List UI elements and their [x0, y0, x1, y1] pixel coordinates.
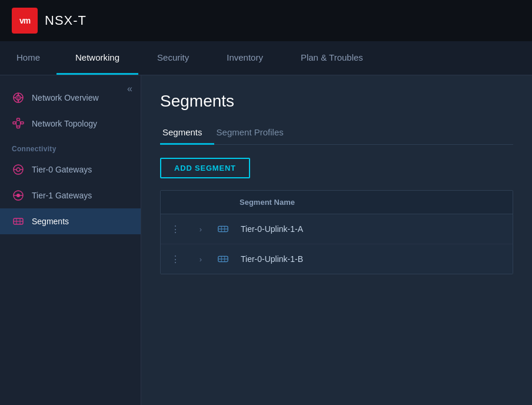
svg-point-13	[16, 168, 20, 171]
sidebar-item-network-topology[interactable]: Network Topology	[0, 111, 141, 137]
tab-segment-profiles[interactable]: Segment Profiles	[214, 122, 295, 145]
main-layout: « Network Overview	[0, 75, 532, 405]
tier0-icon	[12, 163, 25, 176]
row-expand-1[interactable]: ›	[190, 217, 211, 242]
svg-line-9	[16, 123, 17, 127]
svg-rect-5	[17, 118, 20, 121]
page-title: Segments	[160, 92, 513, 111]
row-actions-1[interactable]: ⋮	[161, 215, 190, 243]
th-segment-name: Segment Name	[235, 191, 513, 214]
sidebar-collapse-button[interactable]: «	[127, 84, 132, 94]
sidebar-item-tier1-gateways[interactable]: Tier-1 Gateways	[0, 182, 141, 208]
table-row[interactable]: ⋮ › Tier-0-Uplink-1-B	[161, 244, 513, 274]
sub-tabs: Segments Segment Profiles	[160, 122, 513, 145]
svg-line-8	[16, 121, 17, 123]
connectivity-section-label: Connectivity	[0, 137, 141, 157]
th-actions	[161, 191, 190, 214]
segments-table: Segment Name ⋮ › Tier-0-Uplink-1-A	[160, 190, 513, 274]
svg-line-10	[20, 121, 21, 123]
sidebar-item-network-overview[interactable]: Network Overview	[0, 85, 141, 111]
network-topology-icon	[12, 117, 25, 130]
table-row[interactable]: ⋮ › Tier-0-Uplink-1-A	[161, 214, 513, 244]
top-bar: vm NSX-T	[0, 0, 532, 41]
sidebar-item-tier0-gateways[interactable]: Tier-0 Gateways	[0, 157, 141, 182]
nav-item-security[interactable]: Security	[138, 41, 208, 75]
tab-segments[interactable]: Segments	[160, 122, 214, 145]
nav-item-networking[interactable]: Networking	[56, 41, 138, 75]
add-segment-button[interactable]: ADD SEGMENT	[160, 158, 250, 178]
content-area: Segments Segments Segment Profiles ADD S…	[141, 75, 532, 405]
row-name-1: Tier-0-Uplink-1-A	[235, 216, 513, 242]
svg-rect-6	[17, 126, 20, 128]
sidebar-item-segments[interactable]: Segments	[0, 208, 141, 234]
nav-item-home[interactable]: Home	[0, 41, 56, 75]
tier1-icon	[12, 189, 25, 202]
row-icon-2	[211, 244, 235, 274]
segments-icon	[12, 215, 25, 228]
row-icon-1	[211, 214, 235, 244]
svg-rect-7	[21, 122, 24, 124]
table-header: Segment Name	[161, 191, 513, 214]
logo-area: vm NSX-T	[12, 8, 87, 34]
row-name-2: Tier-0-Uplink-1-B	[235, 246, 513, 272]
svg-point-17	[16, 194, 20, 197]
sidebar: « Network Overview	[0, 75, 141, 405]
svg-line-11	[20, 123, 21, 127]
th-icon	[211, 191, 235, 214]
svg-point-1	[16, 95, 21, 100]
row-actions-2[interactable]: ⋮	[161, 245, 190, 273]
row-expand-2[interactable]: ›	[190, 247, 211, 272]
nav-item-plan-troubles[interactable]: Plan & Troubles	[282, 41, 382, 75]
vm-logo: vm	[12, 8, 38, 34]
th-expand	[190, 191, 211, 214]
nav-bar: Home Networking Security Inventory Plan …	[0, 41, 532, 75]
network-overview-icon	[12, 91, 25, 104]
app-title: NSX-T	[45, 13, 87, 28]
nav-item-inventory[interactable]: Inventory	[208, 41, 282, 75]
svg-rect-4	[13, 122, 16, 124]
